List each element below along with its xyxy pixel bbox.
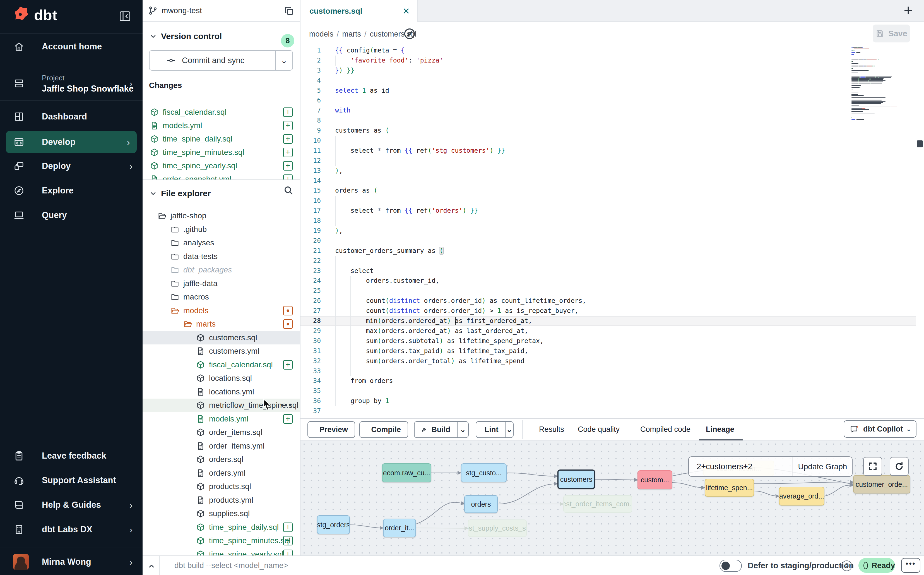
help-icon[interactable]: ? <box>842 561 852 571</box>
lineage-node-ecom-raw[interactable]: ecom.raw_cu... <box>382 463 431 482</box>
build-button[interactable]: Build⌄ <box>414 421 469 438</box>
compile-button[interactable]: Compile <box>359 421 408 438</box>
sidebar-item-query[interactable]: Query <box>0 203 143 227</box>
tree-item-models[interactable]: models <box>143 304 300 318</box>
tab-customers-sql[interactable]: customers.sql ✕ <box>301 0 418 22</box>
sidebar-item-deploy[interactable]: Deploy › <box>0 154 143 178</box>
refresh-button[interactable] <box>890 457 909 476</box>
tree-item-time-spine-daily-sql[interactable]: time_spine_daily.sql <box>143 521 300 534</box>
lineage-node-order-items[interactable]: order_it... <box>383 519 416 537</box>
stage-add-button[interactable] <box>283 175 293 180</box>
lineage-node-orders[interactable]: orders <box>464 495 498 513</box>
lineage-node-stg-orders[interactable]: stg_orders <box>317 515 350 534</box>
change-item[interactable]: fiscal_calendar.sql <box>143 105 300 119</box>
new-tab-button[interactable]: + <box>903 1 913 19</box>
chevron-down-icon[interactable]: ⌄ <box>457 422 468 437</box>
tree-item-locations-sql[interactable]: locations.sql <box>143 372 300 385</box>
update-graph-button[interactable]: Update Graph <box>793 457 852 476</box>
tree-item-analyses[interactable]: analyses <box>143 236 300 249</box>
lineage-node-customer-order[interactable]: customer_orde... <box>853 475 910 494</box>
lint-button[interactable]: Lint⌄ <box>475 421 514 438</box>
tree-item-jaffle-shop[interactable]: jaffle-shop <box>143 209 300 222</box>
lineage-node-test-supply-costs[interactable]: test_supply_costs_s... <box>468 519 527 537</box>
breadcrumb-segment[interactable]: marts <box>342 30 361 38</box>
stage-add-button[interactable] <box>283 121 293 130</box>
compass-icon[interactable] <box>403 27 416 40</box>
command-input[interactable]: dbt build --select <model_name> <box>174 561 288 570</box>
sidebar-item-explore[interactable]: Explore <box>0 178 143 203</box>
tree-item-time-spine-yearly-sql[interactable]: time_spine_yearly.sql <box>143 548 300 556</box>
defer-toggle[interactable] <box>720 560 742 572</box>
save-button[interactable]: Save <box>873 25 910 43</box>
lineage-node-customers[interactable]: customers <box>558 470 595 489</box>
sidebar-collapse-icon[interactable] <box>119 10 132 22</box>
tree-item-products-sql[interactable]: products.sql <box>143 480 300 493</box>
stage-add-button[interactable] <box>283 161 293 170</box>
lineage-graph[interactable]: ecom.raw_cu...stg_custo...customerscusto… <box>301 440 924 556</box>
chevron-up-icon[interactable] <box>145 560 158 572</box>
version-control-header[interactable]: Version control 8 <box>143 28 300 44</box>
branch-name[interactable]: mwong-test <box>162 6 202 15</box>
chevron-down-icon[interactable]: ⌄ <box>275 51 292 70</box>
panel-tab-lineage[interactable]: Lineage <box>706 425 734 434</box>
tree-item-jaffle-data[interactable]: jaffle-data <box>143 277 300 290</box>
change-item[interactable]: models.yml <box>143 119 300 132</box>
lineage-node-stg-customers[interactable]: stg_custo... <box>461 463 507 482</box>
sidebar-item-help-guides[interactable]: Help & Guides › <box>0 492 143 517</box>
lineage-search-input[interactable]: 2+customers+2 <box>689 457 793 476</box>
tree-item-data-tests[interactable]: data-tests <box>143 250 300 263</box>
lineage-node-customers-metric[interactable]: custom... <box>637 470 672 489</box>
tree-item-models-yml[interactable]: models.yml <box>143 412 300 426</box>
tree-item-supplies-sql[interactable]: supplies.sql <box>143 507 300 520</box>
tree-item-orders-sql[interactable]: orders.sql <box>143 453 300 466</box>
file-explorer-header[interactable]: File explorer <box>143 185 300 202</box>
panel-tab-results[interactable]: Results <box>539 425 564 434</box>
sidebar-item-support-assistant[interactable]: Support Assistant <box>0 468 143 492</box>
sidebar-item-user-menu[interactable]: Mirna Wong › <box>0 549 143 575</box>
sidebar-item-dashboard[interactable]: Dashboard <box>0 105 143 129</box>
tree-item-customers-sql[interactable]: customers.sql <box>143 331 300 345</box>
change-item[interactable]: time_spine_minutes.sql <box>143 146 300 159</box>
change-item[interactable]: time_spine_yearly.sql <box>143 159 300 173</box>
change-item[interactable]: time_spine_daily.sql <box>143 132 300 146</box>
search-icon[interactable] <box>283 185 294 196</box>
tree-item--github[interactable]: .github <box>143 223 300 236</box>
change-item[interactable]: order_snapshot.yml <box>143 173 300 180</box>
lineage-node-test-order-items[interactable]: test_order_items_com... <box>563 495 632 513</box>
tree-item-fiscal-calendar-sql[interactable]: fiscal_calendar.sql <box>143 358 300 372</box>
code-editor[interactable]: 1{{ config(meta = {2 'favorite_food': 'p… <box>301 46 924 418</box>
sidebar-item-develop[interactable]: Develop › <box>6 131 137 153</box>
tree-item-marts[interactable]: marts <box>143 318 300 331</box>
tree-item-products-yml[interactable]: products.yml <box>143 494 300 507</box>
panel-tab-compiled-code[interactable]: Compiled code <box>640 425 691 434</box>
sidebar-item-dbt-labs-dx[interactable]: dbt Labs DX › <box>0 517 143 542</box>
tree-item-macros[interactable]: macros <box>143 290 300 304</box>
close-icon[interactable]: ✕ <box>402 6 410 16</box>
tree-item-orders-yml[interactable]: orders.yml <box>143 466 300 480</box>
preview-button[interactable]: Preview <box>307 421 355 438</box>
tree-item-time-spine-minutes-sql[interactable]: time_spine_minutes.sql <box>143 534 300 547</box>
stage-add-button[interactable] <box>283 134 293 144</box>
tree-item-metricflow-time-spine-sql[interactable]: metricflow_time_spine.sql••• <box>143 399 300 412</box>
dbt-copilot-button[interactable]: dbt Copilot ⌄ <box>844 420 916 438</box>
tree-item-dbt-packages[interactable]: dbt_packages <box>143 263 300 276</box>
chevron-down-icon[interactable]: ⌄ <box>505 422 513 437</box>
lineage-node-lifetime-spend[interactable]: lifetime_spen... <box>705 479 754 497</box>
tree-item-locations-yml[interactable]: locations.yml <box>143 385 300 399</box>
commit-and-sync-button[interactable]: Commit and sync ⌄ <box>149 50 293 71</box>
breadcrumb-segment[interactable]: models <box>309 30 333 38</box>
stage-add-button[interactable] <box>283 148 293 157</box>
tree-item-order-items-yml[interactable]: order_items.yml <box>143 439 300 453</box>
sidebar-item-leave-feedback[interactable]: Leave feedback <box>0 443 143 468</box>
tree-item-customers-yml[interactable]: customers.yml <box>143 345 300 358</box>
lineage-node-average-order[interactable]: average_ord... <box>779 487 824 505</box>
stage-add-button[interactable] <box>283 108 293 117</box>
sidebar-item-account-home[interactable]: Account home <box>0 34 143 59</box>
more-options-button[interactable]: ••• <box>901 558 920 573</box>
tree-item-order-items-sql[interactable]: order_items.sql <box>143 426 300 439</box>
copy-icon[interactable] <box>284 6 294 16</box>
fullscreen-button[interactable] <box>863 457 882 476</box>
panel-tab-code-quality[interactable]: Code quality <box>578 425 620 434</box>
more-options-icon[interactable]: ••• <box>281 400 293 410</box>
sidebar-item-project[interactable]: Project Jaffle Shop Snowflake › <box>0 67 143 100</box>
